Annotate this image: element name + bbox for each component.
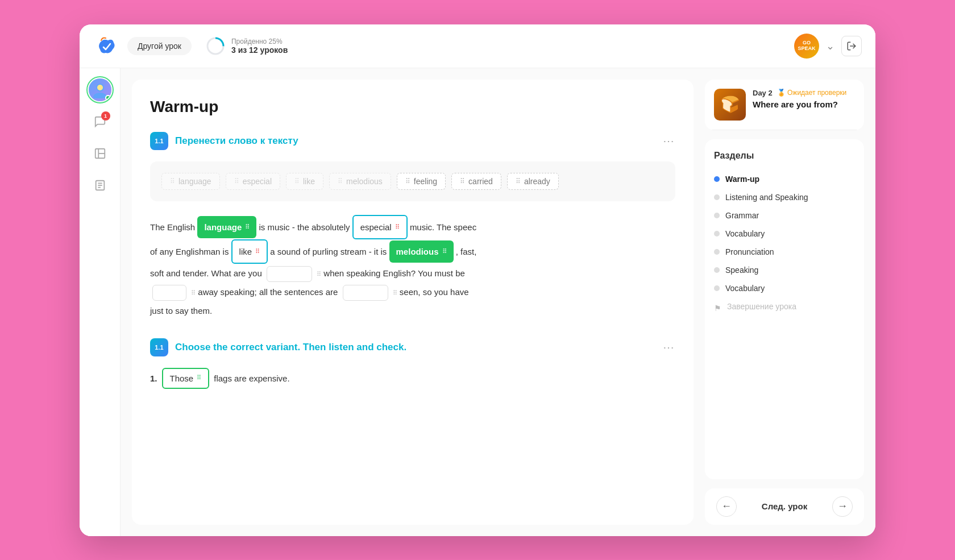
- lesson-card: 🍞 Day 2 🏅 Ожидает проверки Where are you…: [705, 80, 864, 130]
- progress-circle-icon: [205, 36, 226, 56]
- text-passage: The English language ⠿ is music - the ab…: [150, 215, 675, 320]
- blank-feeling[interactable]: [267, 266, 312, 282]
- word-language-filled[interactable]: language ⠿: [197, 216, 256, 238]
- nav-label-speaking: Speaking: [725, 266, 758, 275]
- user-avatar-label: GOSPEAK: [798, 40, 815, 52]
- word-chip-especial[interactable]: ⠿ especial: [226, 173, 280, 190]
- nav-item-grammar[interactable]: Grammar: [714, 206, 855, 225]
- lesson-title: Where are you from?: [753, 99, 855, 109]
- prev-lesson-button[interactable]: ←: [716, 496, 737, 517]
- nav-item-vocabulary2[interactable]: Vocabulary: [714, 279, 855, 297]
- nav-label-listening: Listening and Speaking: [725, 193, 808, 202]
- drag-dots-red-icon: ⠿: [395, 220, 400, 234]
- progress-text: Пройденно 25% 3 из 12 уроков: [231, 38, 288, 55]
- exercise-2-header: 1.1 Choose the correct variant. Then lis…: [150, 338, 675, 356]
- word-chips-area: ⠿ language ⠿ especial ⠿ like ⠿: [150, 161, 675, 201]
- drag-handle-icon: ⠿: [338, 177, 343, 185]
- drag-handle-icon: ⠿: [460, 177, 465, 185]
- word-chip-like[interactable]: ⠿ like: [286, 173, 323, 190]
- sections-nav: Разделы Warm-up Listening and Speaking G…: [705, 139, 864, 479]
- sentence-1-num: 1.: [150, 371, 157, 386]
- nav-item-warmup[interactable]: Warm-up: [714, 170, 855, 188]
- app-window: Другой урок Пройденно 25% 3 из 12 уроков…: [80, 24, 875, 536]
- exercise-1-block: 1.1 Перенести слово к тексту ⋯ ⠿ languag…: [150, 132, 675, 320]
- drag-handle-icon: ⠿: [234, 177, 239, 185]
- exercise-2-menu[interactable]: ⋯: [663, 341, 675, 354]
- svg-point-4: [93, 93, 107, 98]
- drag-handle-icon: ⠿: [294, 177, 300, 185]
- drag-handle-icon: ⠿: [170, 177, 175, 185]
- exercise-1-title: Перенести слово к тексту: [175, 135, 656, 147]
- nav-label-vocabulary2: Vocabulary: [725, 284, 765, 293]
- day-label: Day 2: [753, 89, 773, 97]
- sidebar-item-notes[interactable]: [88, 173, 113, 198]
- nav-dot-inactive: [714, 194, 720, 200]
- nav-item-completion[interactable]: ⚑ Завершение урока: [714, 297, 855, 316]
- sentence-1: 1. Those ⠿ flags are expensive.: [150, 368, 675, 389]
- lesson-thumbnail: 🍞: [714, 89, 746, 121]
- other-lesson-button[interactable]: Другой урок: [127, 37, 192, 55]
- nav-item-speaking[interactable]: Speaking: [714, 261, 855, 279]
- next-lesson-button[interactable]: →: [832, 496, 853, 517]
- user-avatar-sidebar[interactable]: [88, 77, 113, 102]
- nav-item-pronunciation[interactable]: Pronunciation: [714, 243, 855, 261]
- drag-dots-icon: ⠿: [442, 244, 447, 258]
- drag-handle-blank-icon: ⠿: [317, 270, 321, 277]
- chevron-down-icon[interactable]: ⌄: [826, 40, 834, 52]
- drag-dots-green-icon: ⠿: [197, 372, 201, 384]
- sidebar: 1: [80, 68, 121, 536]
- nav-label-grammar: Grammar: [725, 211, 759, 220]
- drag-handle-blank-icon: ⠿: [191, 289, 196, 296]
- word-chip-melodious[interactable]: ⠿ melodious: [329, 173, 391, 190]
- sections-title: Разделы: [714, 151, 855, 161]
- nav-dot-active: [714, 176, 720, 182]
- nav-label-pronunciation: Pronunciation: [725, 247, 774, 256]
- word-melodious-filled[interactable]: melodious ⠿: [389, 240, 454, 263]
- notification-badge: 1: [101, 111, 110, 121]
- drag-dots-icon: ⠿: [245, 220, 250, 234]
- content-area: Warm-up 1.1 Перенести слово к тексту ⋯ ⠿…: [121, 68, 875, 536]
- nav-dot-inactive: [714, 285, 720, 291]
- exercise-2-title: Choose the correct variant. Then listen …: [175, 342, 656, 353]
- nav-label-warmup: Warm-up: [725, 175, 759, 184]
- nav-item-listening[interactable]: Listening and Speaking: [714, 188, 855, 206]
- word-chip-feeling[interactable]: ⠿ feeling: [397, 173, 446, 190]
- nav-label-vocabulary1: Vocabulary: [725, 229, 765, 238]
- exercise-1-menu[interactable]: ⋯: [663, 134, 675, 148]
- page-title: Warm-up: [150, 98, 675, 116]
- app-logo: [93, 34, 118, 59]
- sidebar-item-vocabulary[interactable]: [88, 141, 113, 166]
- progress-count: 3 из 12 уроков: [231, 45, 288, 55]
- word-chip-carried[interactable]: ⠿ carried: [451, 173, 501, 190]
- progress-area: Пройденно 25% 3 из 12 уроков: [205, 36, 288, 56]
- blank-already[interactable]: [343, 285, 388, 301]
- nav-dot-inactive: [714, 267, 720, 273]
- main-card: Warm-up 1.1 Перенести слово к тексту ⋯ ⠿…: [132, 80, 694, 525]
- word-like-outlined[interactable]: like ⠿: [231, 239, 268, 264]
- topbar: Другой урок Пройденно 25% 3 из 12 уроков…: [80, 24, 875, 68]
- lesson-card-header: 🍞 Day 2 🏅 Ожидает проверки Where are you…: [705, 80, 864, 130]
- drag-handle-blank-icon: ⠿: [393, 289, 397, 296]
- exercise-2-block: 1.1 Choose the correct variant. Then lis…: [150, 338, 675, 389]
- avatar-online-dot: [105, 95, 111, 101]
- word-chip-already[interactable]: ⠿ already: [507, 173, 559, 190]
- nav-footer: ← След. урок →: [705, 488, 864, 525]
- nav-dot-inactive: [714, 231, 720, 237]
- sidebar-item-messages[interactable]: 1: [88, 109, 113, 134]
- lesson-info: Day 2 🏅 Ожидает проверки Where are you f…: [753, 89, 855, 109]
- word-those-choice[interactable]: Those ⠿: [162, 368, 210, 389]
- main-layout: 1 Warm-up 1.1 П: [80, 68, 875, 536]
- right-panel: 🍞 Day 2 🏅 Ожидает проверки Where are you…: [705, 80, 864, 525]
- drag-dots-red-icon: ⠿: [255, 244, 260, 258]
- word-chip-language[interactable]: ⠿ language: [161, 173, 220, 190]
- status-badge: 🏅 Ожидает проверки: [777, 89, 847, 97]
- drag-handle-icon: ⠿: [516, 177, 521, 185]
- sentence-1-rest: flags are expensive.: [214, 371, 289, 386]
- word-especial-outlined[interactable]: especial ⠿: [352, 215, 408, 239]
- user-avatar-top[interactable]: GOSPEAK: [794, 34, 819, 59]
- nav-item-vocabulary1[interactable]: Vocabulary: [714, 225, 855, 243]
- progress-label: Пройденно 25%: [231, 38, 288, 45]
- next-lesson-label[interactable]: След. урок: [762, 501, 807, 511]
- logout-button[interactable]: [841, 36, 862, 56]
- blank-carried[interactable]: [152, 285, 186, 301]
